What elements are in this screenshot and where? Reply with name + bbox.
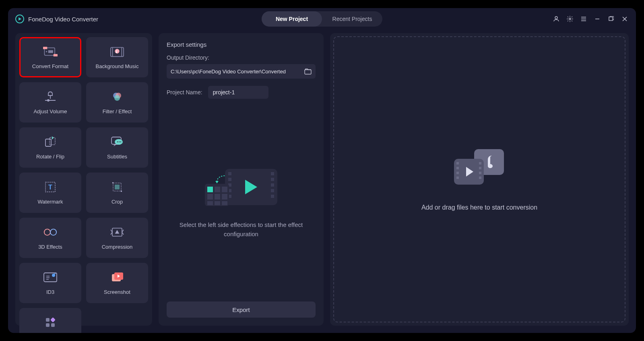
subtitles-icon [110,136,124,148]
tools-panel: Convert Format Background Music Adjust V… [15,33,152,326]
svg-rect-6 [43,47,47,49]
svg-rect-37 [50,317,56,322]
tool-subtitles[interactable]: Subtitles [86,127,148,168]
menu-icon[interactable] [580,15,588,23]
svg-rect-71 [479,167,481,169]
svg-rect-61 [215,201,220,205]
tool-label: Subtitles [107,154,127,160]
tool-background-music[interactable]: Background Music [86,37,148,77]
screenshot-icon [110,271,124,283]
account-icon[interactable] [552,15,560,23]
svg-rect-70 [479,162,481,164]
more-icon [43,316,58,329]
rotate-flip-icon [43,136,58,148]
export-button[interactable]: Export [167,301,316,318]
svg-marker-63 [215,181,219,183]
svg-rect-36 [46,318,50,322]
tab-recent-projects[interactable]: Recent Projects [322,11,382,27]
svg-rect-72 [479,172,481,174]
svg-rect-10 [121,47,122,56]
tool-more[interactable]: More [19,308,81,333]
svg-rect-62 [222,201,227,205]
svg-rect-73 [479,177,481,179]
svg-rect-50 [271,189,274,192]
svg-text:T: T [48,184,52,191]
svg-rect-59 [222,194,227,200]
app-window: FoneDog Video Converter New Project Rece… [8,8,636,333]
tool-label: Adjust Volume [33,108,67,114]
tool-id3[interactable]: ID3 [19,263,81,303]
output-directory-field[interactable]: C:\Users\pc\FoneDog Video Converter\Conv… [167,64,316,79]
tool-label: Crop [111,199,123,205]
tool-screenshot[interactable]: Screenshot [86,263,148,303]
compression-icon [110,226,124,238]
three-d-icon [43,226,58,238]
svg-rect-48 [271,178,274,181]
svg-rect-47 [271,172,274,175]
export-hero-illustration [201,162,281,210]
svg-rect-17 [45,139,51,146]
dropzone-hint: Add or drag files here to start conversi… [421,204,537,211]
settings-icon[interactable] [566,15,574,23]
app-brand: FoneDog Video Converter [15,15,98,23]
tool-label: Screenshot [104,289,130,295]
svg-rect-2 [609,17,613,21]
svg-point-1 [569,18,571,20]
filter-effect-icon [110,91,124,103]
tool-crop[interactable]: Crop [86,173,148,213]
adjust-volume-icon [43,91,58,103]
svg-rect-57 [207,194,213,200]
svg-rect-39 [51,323,55,327]
tool-compression[interactable]: Compression [86,218,148,258]
svg-rect-43 [228,178,231,181]
svg-rect-69 [456,177,459,179]
tool-label: Filter / Effect [103,108,132,114]
export-settings-title: Export settings [167,41,316,48]
tool-label: Rotate / Flip [36,154,64,160]
svg-rect-42 [228,172,231,175]
svg-rect-55 [215,187,220,192]
watermark-icon: T [43,181,58,193]
tool-label: Compression [102,244,133,250]
close-button[interactable] [621,15,629,23]
svg-point-4 [46,51,47,52]
tool-watermark[interactable]: T Watermark [19,173,81,213]
crop-icon [110,181,124,193]
file-dropzone[interactable]: Add or drag files here to start conversi… [333,36,625,322]
browse-folder-icon[interactable] [304,68,312,75]
tab-new-project-label: New Project [276,16,308,22]
svg-rect-5 [48,50,53,53]
tool-filter-effect[interactable]: Filter / Effect [86,82,148,123]
svg-point-27 [44,229,50,235]
svg-rect-7 [54,54,58,56]
svg-rect-56 [222,187,227,192]
tool-adjust-volume[interactable]: Adjust Volume [19,82,81,123]
tool-rotate-flip[interactable]: Rotate / Flip [19,127,81,168]
svg-rect-68 [456,172,459,174]
svg-point-12 [116,52,117,53]
svg-point-13 [47,100,49,101]
id3-icon [43,271,58,283]
project-name-label: Project Name: [167,89,202,96]
tool-label: Background Music [96,63,139,69]
project-name-input[interactable] [208,86,268,99]
svg-point-28 [50,229,56,235]
svg-rect-40 [305,70,311,74]
tool-label: ID3 [46,289,54,295]
tool-convert-format[interactable]: Convert Format [19,37,81,77]
tool-three-d[interactable]: 3D Effects [19,218,81,258]
maximize-button[interactable] [607,15,615,23]
tab-recent-projects-label: Recent Projects [332,16,372,22]
minimize-button[interactable] [593,15,601,23]
svg-rect-54 [207,187,213,192]
output-directory-value: C:\Users\pc\FoneDog Video Converter\Conv… [171,69,286,75]
svg-point-11 [115,49,119,53]
export-hint: Select the left side effections to start… [177,220,305,239]
titlebar: FoneDog Video Converter New Project Rece… [8,8,636,30]
svg-rect-9 [112,47,113,56]
export-panel: Export settings Output Directory: C:\Use… [159,33,324,326]
export-button-label: Export [232,306,250,313]
tab-new-project[interactable]: New Project [262,11,322,27]
tool-label: Convert Format [32,63,68,69]
svg-point-16 [114,95,120,101]
